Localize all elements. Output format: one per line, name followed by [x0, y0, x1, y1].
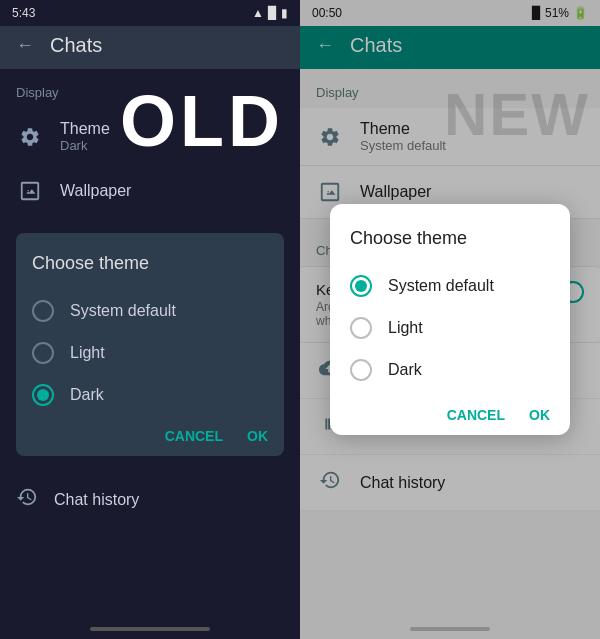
chat-history-title-left: Chat history — [54, 491, 139, 509]
radio-label-light-left: Light — [70, 344, 105, 362]
wifi-icon-left: ▲ — [252, 6, 264, 20]
wallpaper-title-left: Wallpaper — [60, 182, 131, 200]
radio-circle-dark-left — [32, 384, 54, 406]
radio-circle-system-right — [350, 275, 372, 297]
radio-dark-right[interactable]: Dark — [350, 349, 550, 391]
ok-button-right[interactable]: OK — [529, 407, 550, 423]
history-icon-left — [16, 486, 38, 513]
radio-label-system-left: System default — [70, 302, 176, 320]
left-panel: 5:43 ▲ ▉ ▮ ← Chats Display Theme Dark Wa… — [0, 0, 300, 639]
radio-circle-dark-right — [350, 359, 372, 381]
status-icons-left: ▲ ▉ ▮ — [252, 6, 288, 20]
theme-title-left: Theme — [60, 120, 110, 138]
gear-icon-left — [16, 123, 44, 151]
radio-system-default-right[interactable]: System default — [350, 265, 550, 307]
battery-icon-left: ▮ — [281, 6, 288, 20]
wallpaper-text-left: Wallpaper — [60, 182, 131, 200]
right-panel: 00:50 ▉ 51% 🔋 ← Chats Display Theme Syst… — [300, 0, 600, 639]
radio-light-left[interactable]: Light — [32, 332, 268, 374]
radio-label-light-right: Light — [388, 319, 423, 337]
radio-system-default-left[interactable]: System default — [32, 290, 268, 332]
radio-circle-system-left — [32, 300, 54, 322]
home-indicator-left — [90, 627, 210, 631]
radio-light-right[interactable]: Light — [350, 307, 550, 349]
dialog-title-left: Choose theme — [32, 253, 268, 274]
dialog-actions-right: Cancel OK — [350, 391, 550, 423]
theme-subtitle-left: Dark — [60, 138, 110, 153]
time-left: 5:43 — [12, 6, 35, 20]
status-bar-left: 5:43 ▲ ▉ ▮ — [0, 0, 300, 26]
dialog-actions-left: Cancel OK — [32, 416, 268, 444]
page-title-left: Chats — [50, 34, 102, 57]
radio-circle-light-right — [350, 317, 372, 339]
dialog-overlay-right: Choose theme System default Light Dark C… — [300, 0, 600, 639]
choose-theme-dialog-right: Choose theme System default Light Dark C… — [330, 204, 570, 435]
header-left: ← Chats — [0, 26, 300, 69]
radio-label-dark-right: Dark — [388, 361, 422, 379]
back-button-left[interactable]: ← — [16, 35, 34, 56]
radio-circle-light-left — [32, 342, 54, 364]
old-watermark: OLD — [120, 80, 284, 162]
cancel-button-left[interactable]: Cancel — [165, 428, 223, 444]
radio-label-system-right: System default — [388, 277, 494, 295]
wallpaper-icon-left — [16, 177, 44, 205]
theme-text-left: Theme Dark — [60, 120, 110, 153]
radio-dark-left[interactable]: Dark — [32, 374, 268, 416]
chat-history-item-left[interactable]: Chat history — [0, 472, 300, 527]
dialog-title-right: Choose theme — [350, 228, 550, 249]
cancel-button-right[interactable]: Cancel — [447, 407, 505, 423]
radio-label-dark-left: Dark — [70, 386, 104, 404]
ok-button-left[interactable]: OK — [247, 428, 268, 444]
wallpaper-item-left[interactable]: Wallpaper — [0, 165, 300, 217]
choose-theme-dialog-left: Choose theme System default Light Dark C… — [16, 233, 284, 456]
signal-icon-left: ▉ — [268, 6, 277, 20]
